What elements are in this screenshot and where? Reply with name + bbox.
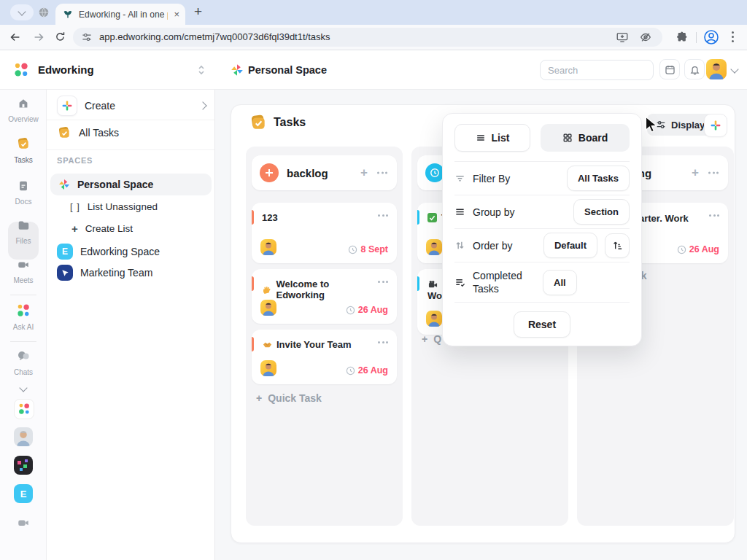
collapse-sidebar-icon[interactable] [197, 64, 206, 76]
reload-icon[interactable] [54, 31, 66, 43]
add-card-icon[interactable]: + [360, 166, 368, 180]
tasks-icon [249, 113, 268, 132]
filter-row: Filter By All Tasks [454, 162, 630, 195]
nav-files[interactable]: Files [0, 219, 47, 245]
order-value-button[interactable]: Default [543, 233, 597, 258]
home-icon [17, 97, 30, 110]
nav-rail: Overview Tasks Docs Files Meets [0, 90, 47, 560]
plus-icon: + [71, 222, 78, 235]
add-task-button[interactable] [704, 114, 727, 137]
due-date: 8 Sept [360, 244, 388, 254]
url-bar[interactable]: app.edworking.com/cmetmj7wq00073d6fql39d… [73, 28, 662, 47]
member-avatar[interactable] [14, 427, 33, 446]
sort-ascending-icon [612, 240, 623, 251]
clock-icon [348, 245, 357, 254]
card-menu-icon[interactable] [378, 214, 388, 217]
sidebar-item-create-list[interactable]: + Create List [71, 222, 133, 235]
notifications-button[interactable] [684, 59, 705, 79]
sort-direction-button[interactable] [605, 233, 630, 258]
workspace-avatar-edworking[interactable] [14, 399, 34, 419]
filter-icon [454, 173, 465, 184]
nav-docs[interactable]: Docs [0, 179, 47, 206]
back-icon[interactable] [9, 31, 22, 44]
nav-ask-ai[interactable]: Ask AI [0, 303, 47, 331]
search-input[interactable] [540, 60, 654, 80]
all-tasks-item[interactable]: All Tasks [57, 125, 206, 140]
colorful-plus-icon [57, 96, 77, 116]
nav-tasks[interactable]: Tasks [0, 136, 47, 164]
column-menu-icon[interactable] [377, 172, 387, 174]
view-board-button[interactable]: Board [541, 124, 630, 152]
new-tab-button[interactable]: + [194, 4, 202, 20]
sidebar-item-marketing-team[interactable]: Marketing Team [57, 265, 152, 281]
profile-chevron-down-icon[interactable] [730, 65, 738, 73]
card-menu-icon[interactable] [709, 214, 719, 217]
tasks-icon [16, 136, 31, 151]
site-controls-icon[interactable] [81, 31, 93, 43]
order-row: Order by Default [454, 229, 630, 262]
browser-menu-icon[interactable] [732, 31, 734, 42]
completed-tasks-row: Completed Tasks All [454, 262, 630, 303]
tab-search-chevron-button[interactable] [10, 4, 34, 20]
clock-icon [346, 366, 355, 376]
forward-icon[interactable] [32, 31, 45, 44]
priority-accent [417, 276, 419, 291]
reset-button[interactable]: Reset [514, 311, 570, 338]
install-app-icon[interactable] [616, 31, 629, 44]
sidebar-item-personal-space[interactable]: Personal Space [50, 174, 212, 195]
assignee-avatar [260, 239, 276, 255]
column-header[interactable]: backlog + [252, 155, 397, 190]
quick-task-button[interactable]: + Q [422, 333, 441, 345]
extensions-puzzle-icon[interactable] [676, 31, 689, 44]
quick-task-button[interactable]: + Quick Task [256, 392, 322, 404]
task-card[interactable]: 123 8 Sept [252, 203, 397, 263]
add-card-icon[interactable]: + [692, 166, 699, 180]
user-avatar[interactable] [706, 59, 727, 79]
colorful-plus-icon [710, 120, 721, 131]
e-space-icon: E [57, 244, 73, 260]
due-date: 26 Aug [358, 365, 388, 376]
globe-icon [38, 7, 50, 18]
workspace-avatar-e[interactable]: E [14, 484, 33, 503]
assignee-avatar [426, 239, 442, 255]
profile-icon[interactable] [703, 29, 719, 45]
card-menu-icon[interactable] [378, 341, 388, 343]
browser-tab[interactable]: Edworking - All in one platfo × [55, 4, 185, 25]
card-menu-icon[interactable] [378, 281, 388, 283]
rail-divider [10, 341, 36, 342]
column-menu-icon[interactable] [708, 172, 719, 174]
column-plus-circle-icon[interactable] [260, 163, 279, 182]
assignee-avatar [426, 311, 442, 327]
filter-value-button[interactable]: All Tasks [567, 166, 630, 191]
list-lines-icon [476, 133, 486, 143]
chevron-right-icon [198, 101, 206, 109]
rail-chevron-down-icon[interactable] [19, 384, 27, 392]
sidebar-item-edworking-space[interactable]: E Edworking Space [57, 244, 160, 260]
camera-rail-icon[interactable] [17, 516, 30, 529]
priority-accent [252, 276, 254, 291]
nav-chats[interactable]: Chats [0, 349, 47, 376]
breadcrumb: Personal Space [248, 50, 327, 90]
board-grid-icon [562, 133, 573, 143]
screen: Edworking - All in one platfo × + app.ed… [0, 0, 747, 560]
view-list-button[interactable]: List [454, 124, 530, 152]
docs-icon [17, 179, 30, 192]
nav-overview[interactable]: Overview [0, 97, 47, 123]
up-down-arrows-icon [454, 240, 465, 251]
task-card[interactable]: Invite Your Team 26 Aug [252, 330, 397, 384]
assignee-avatar [260, 360, 276, 376]
eye-slash-icon[interactable] [639, 31, 652, 44]
group-value-button[interactable]: Section [573, 199, 630, 225]
brackets-icon: [ ] [70, 201, 80, 212]
sidebar-item-list-unassigned[interactable]: [ ] List Unassigned [70, 201, 158, 212]
tab-close-icon[interactable]: × [174, 9, 179, 19]
task-card[interactable]: Welcome to Edworking 26 Aug [252, 269, 397, 324]
create-button[interactable]: Create [57, 96, 206, 116]
calendar-button[interactable] [659, 59, 680, 79]
movie-camera-icon [427, 279, 438, 289]
board-column-backlog: backlog + 123 8 Sept [246, 147, 403, 526]
completed-value-button[interactable]: All [543, 270, 577, 295]
member-avatar-dark[interactable] [14, 456, 33, 475]
tasks-icon [57, 125, 71, 140]
nav-meets[interactable]: Meets [0, 258, 47, 284]
